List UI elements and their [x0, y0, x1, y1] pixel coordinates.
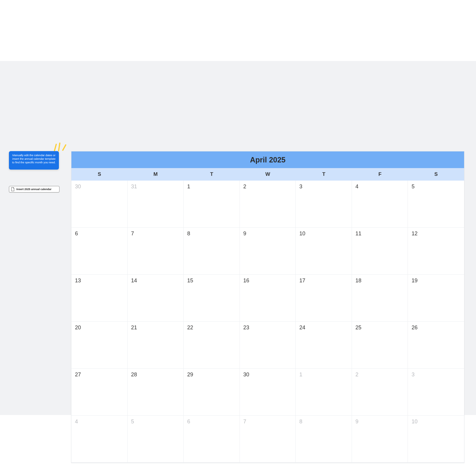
calendar-cell[interactable]: 24: [296, 322, 352, 369]
calendar-cell-number: 2: [243, 184, 246, 190]
calendar-cell[interactable]: 1: [296, 369, 352, 416]
calendar-cell-number: 29: [187, 372, 193, 378]
insert-button-label: Insert 2025 annual calendar: [16, 188, 51, 191]
calendar-cell[interactable]: 12: [408, 228, 464, 275]
calendar-cell[interactable]: 6: [184, 416, 240, 463]
calendar-cell[interactable]: 10: [408, 416, 464, 463]
calendar-cell-number: 11: [356, 231, 361, 237]
dow-header: M: [128, 168, 184, 181]
calendar-cell[interactable]: 10: [296, 228, 352, 275]
calendar-cell[interactable]: 3: [408, 369, 464, 416]
calendar-cell[interactable]: 5: [128, 416, 184, 463]
calendar-cell[interactable]: 2: [352, 369, 408, 416]
calendar-cell[interactable]: 29: [184, 369, 240, 416]
calendar-cell[interactable]: 25: [352, 322, 408, 369]
calendar-cell-number: 30: [75, 184, 81, 190]
calendar-cell[interactable]: 8: [296, 416, 352, 463]
dow-header: W: [240, 168, 296, 181]
calendar-cell[interactable]: 23: [240, 322, 296, 369]
calendar-cell[interactable]: 5: [408, 181, 464, 228]
calendar-cell-number: 2: [356, 372, 358, 378]
calendar-cell-number: 15: [187, 278, 193, 284]
calendar-cell[interactable]: 13: [71, 275, 128, 322]
calendar-cell-number: 13: [75, 278, 81, 284]
calendar-title[interactable]: April 2025: [71, 151, 464, 168]
calendar-title-text: April 2025: [250, 156, 286, 164]
calendar-dow-row: S M T W T F S: [71, 168, 464, 181]
calendar-cell[interactable]: 16: [240, 275, 296, 322]
calendar-cell-number: 9: [243, 231, 246, 237]
calendar-cell-number: 6: [187, 419, 190, 425]
canvas-board[interactable]: Manually edit the calendar dates or inse…: [0, 61, 476, 415]
dow-header: T: [296, 168, 352, 181]
calendar-cell-number: 10: [299, 231, 305, 237]
calendar-cell[interactable]: 17: [296, 275, 352, 322]
tip-note: Manually edit the calendar dates or inse…: [9, 151, 59, 170]
calendar-cell[interactable]: 9: [352, 416, 408, 463]
calendar-cell-number: 20: [75, 325, 81, 331]
dow-header: T: [184, 168, 240, 181]
insert-annual-calendar-button[interactable]: Insert 2025 annual calendar: [9, 186, 60, 192]
calendar-cell[interactable]: 1: [184, 181, 240, 228]
calendar-cell[interactable]: 20: [71, 322, 128, 369]
calendar-cell-number: 5: [411, 184, 414, 190]
calendar-cell-number: 21: [131, 325, 137, 331]
calendar-cell[interactable]: 9: [240, 228, 296, 275]
calendar-cell[interactable]: 30: [240, 369, 296, 416]
dow-header: S: [408, 168, 464, 181]
calendar-cell[interactable]: 3: [296, 181, 352, 228]
calendar-cell-number: 18: [356, 278, 361, 284]
calendar-cell-number: 24: [299, 325, 305, 331]
calendar-cell-number: 6: [75, 231, 78, 237]
calendar-cell-number: 25: [356, 325, 361, 331]
file-icon: [11, 187, 15, 191]
calendar-cell[interactable]: 7: [128, 228, 184, 275]
calendar-cell-number: 22: [187, 325, 193, 331]
calendar-cell[interactable]: 22: [184, 322, 240, 369]
calendar-cell-number: 4: [75, 419, 78, 425]
calendar-cell-number: 27: [75, 372, 81, 378]
calendar-cell[interactable]: 30: [71, 181, 128, 228]
calendar-cell[interactable]: 18: [352, 275, 408, 322]
calendar-cell-number: 1: [187, 184, 190, 190]
calendar-cell[interactable]: 14: [128, 275, 184, 322]
calendar-cell-number: 8: [187, 231, 190, 237]
calendar-cell[interactable]: 21: [128, 322, 184, 369]
calendar-cell-number: 1: [299, 372, 302, 378]
calendar-cell-number: 30: [243, 372, 249, 378]
calendar-cell-number: 31: [131, 184, 137, 190]
calendar-grid: 3031123456789101112131415161718192021222…: [71, 181, 464, 463]
tip-note-text: Manually edit the calendar dates or inse…: [12, 154, 56, 164]
calendar-cell[interactable]: 7: [240, 416, 296, 463]
calendar-cell[interactable]: 4: [71, 416, 128, 463]
calendar-cell[interactable]: 4: [352, 181, 408, 228]
calendar-cell[interactable]: 27: [71, 369, 128, 416]
calendar-cell[interactable]: 8: [184, 228, 240, 275]
calendar-cell-number: 7: [243, 419, 246, 425]
calendar-cell-number: 8: [299, 419, 302, 425]
calendar-cell-number: 3: [299, 184, 302, 190]
calendar-cell-number: 7: [131, 231, 134, 237]
calendar-cell[interactable]: 26: [408, 322, 464, 369]
calendar-cell-number: 23: [243, 325, 249, 331]
calendar-cell-number: 14: [131, 278, 137, 284]
calendar-cell-number: 16: [243, 278, 249, 284]
dow-header: F: [352, 168, 408, 181]
calendar-cell-number: 26: [411, 325, 417, 331]
calendar-cell[interactable]: 2: [240, 181, 296, 228]
calendar: April 2025 S M T W T F S 303112345678910…: [71, 151, 464, 463]
calendar-cell-number: 9: [356, 419, 358, 425]
calendar-cell[interactable]: 31: [128, 181, 184, 228]
calendar-cell[interactable]: 6: [71, 228, 128, 275]
calendar-cell[interactable]: 19: [408, 275, 464, 322]
calendar-cell[interactable]: 28: [128, 369, 184, 416]
calendar-cell-number: 3: [411, 372, 414, 378]
calendar-cell[interactable]: 11: [352, 228, 408, 275]
calendar-cell-number: 19: [411, 278, 417, 284]
svg-line-2: [63, 145, 66, 150]
svg-line-1: [59, 143, 60, 151]
calendar-cell[interactable]: 15: [184, 275, 240, 322]
svg-line-0: [54, 144, 56, 151]
calendar-cell-number: 12: [411, 231, 417, 237]
calendar-cell-number: 4: [356, 184, 358, 190]
